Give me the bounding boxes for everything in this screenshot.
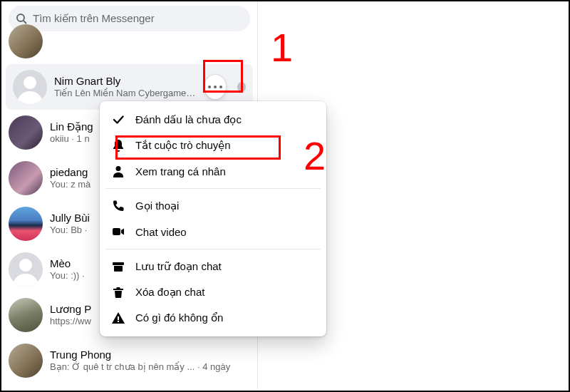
avatar: [9, 115, 43, 150]
menu-item-mute[interactable]: Tắt cuộc trò chuyện: [100, 133, 326, 158]
avatar: [9, 298, 43, 332]
person-icon: [111, 164, 125, 178]
phone-icon: [111, 199, 125, 213]
menu-item-report[interactable]: Có gì đó không ổn: [100, 305, 326, 331]
conversation-context-menu: Đánh dấu là chưa đọc Tắt cuộc trò chuyện…: [100, 101, 326, 336]
menu-item-label: Xem trang cá nhân: [135, 165, 226, 177]
avatar: [9, 24, 43, 58]
menu-item-view-profile[interactable]: Xem trang cá nhân: [100, 158, 326, 184]
chat-preview: Bạn: Ở quê t tr chưa bị nên mấy ... · 4 …: [50, 361, 250, 373]
archive-icon: [111, 259, 125, 274]
avatar: [13, 70, 47, 104]
menu-item-audio-call[interactable]: Gọi thoại: [100, 193, 326, 219]
menu-item-label: Lưu trữ đoạn chat: [135, 260, 222, 273]
more-options-button[interactable]: [204, 75, 225, 99]
avatar: [9, 161, 43, 195]
menu-item-video-call[interactable]: Chat video: [100, 219, 326, 244]
menu-item-label: Xóa đoạn chat: [135, 286, 204, 299]
svg-rect-5: [113, 228, 120, 235]
menu-item-delete[interactable]: Xóa đoạn chat: [100, 279, 326, 305]
chat-name: Nim Gnart Bly: [54, 75, 197, 88]
chat-item[interactable]: Trung Phong Bạn: Ở quê t tr chưa bị nên …: [1, 338, 257, 383]
chat-item[interactable]: [1, 19, 257, 64]
annotation-number-1: 1: [271, 24, 293, 71]
menu-item-label: Tắt cuộc trò chuyện: [135, 139, 231, 152]
trash-icon: [111, 285, 125, 299]
menu-item-label: Đánh dấu là chưa đọc: [135, 113, 242, 126]
menu-separator: [105, 249, 321, 249]
delivered-icon: [237, 82, 246, 92]
svg-point-4: [116, 166, 121, 171]
menu-item-archive[interactable]: Lưu trữ đoạn chat: [100, 254, 326, 279]
bell-icon: [111, 138, 125, 153]
warning-icon: [111, 311, 125, 325]
svg-rect-6: [113, 262, 124, 265]
avatar: [9, 344, 43, 378]
svg-point-2: [24, 76, 36, 89]
menu-separator: [105, 188, 321, 189]
avatar: [9, 252, 43, 287]
video-icon: [111, 225, 125, 239]
menu-item-label: Chat video: [135, 226, 187, 238]
avatar: [9, 207, 43, 241]
chat-name: Trung Phong: [50, 349, 250, 362]
chat-preview: Tiến Lên Miền Nam Cybergame: ... · 1 n: [54, 88, 197, 99]
menu-item-label: Gọi thoại: [135, 200, 179, 212]
check-icon: [111, 113, 125, 127]
menu-item-label: Có gì đó không ổn: [135, 311, 223, 324]
menu-item-mark-unread[interactable]: Đánh dấu là chưa đọc: [100, 107, 326, 133]
svg-point-3: [19, 259, 32, 272]
